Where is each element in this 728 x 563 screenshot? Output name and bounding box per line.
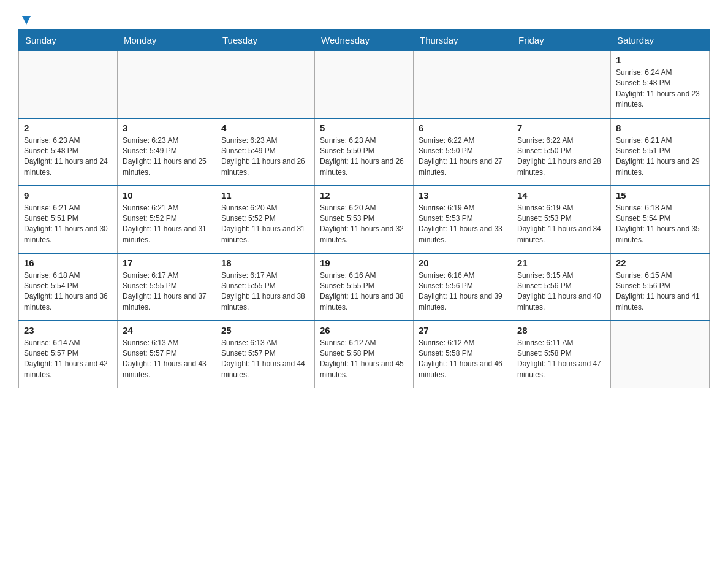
day-info: Sunrise: 6:23 AM Sunset: 5:49 PM Dayligh… — [123, 136, 211, 178]
page-header — [18, 12, 710, 23]
day-number: 14 — [517, 190, 605, 201]
day-number: 9 — [24, 190, 112, 201]
day-info: Sunrise: 6:20 AM Sunset: 5:53 PM Dayligh… — [320, 203, 408, 246]
day-number: 8 — [616, 123, 704, 133]
logo-triangle-icon — [20, 13, 33, 27]
calendar-week-row: 23Sunrise: 6:14 AM Sunset: 5:57 PM Dayli… — [19, 321, 710, 388]
day-info: Sunrise: 6:13 AM Sunset: 5:57 PM Dayligh… — [123, 338, 211, 381]
calendar-cell: 23Sunrise: 6:14 AM Sunset: 5:57 PM Dayli… — [19, 321, 118, 388]
calendar-cell: 9Sunrise: 6:21 AM Sunset: 5:51 PM Daylig… — [19, 186, 118, 253]
calendar-cell: 7Sunrise: 6:22 AM Sunset: 5:50 PM Daylig… — [512, 118, 611, 186]
calendar-cell: 26Sunrise: 6:12 AM Sunset: 5:58 PM Dayli… — [315, 321, 414, 388]
day-info: Sunrise: 6:17 AM Sunset: 5:55 PM Dayligh… — [221, 270, 309, 313]
day-info: Sunrise: 6:22 AM Sunset: 5:50 PM Dayligh… — [517, 136, 605, 178]
day-info: Sunrise: 6:11 AM Sunset: 5:58 PM Dayligh… — [517, 338, 605, 381]
day-info: Sunrise: 6:21 AM Sunset: 5:52 PM Dayligh… — [123, 203, 211, 246]
weekday-header-tuesday: Tuesday — [216, 30, 315, 51]
day-info: Sunrise: 6:15 AM Sunset: 5:56 PM Dayligh… — [517, 270, 605, 313]
day-number: 10 — [123, 190, 211, 201]
day-info: Sunrise: 6:16 AM Sunset: 5:56 PM Dayligh… — [419, 270, 507, 313]
day-info: Sunrise: 6:16 AM Sunset: 5:55 PM Dayligh… — [320, 270, 408, 313]
day-info: Sunrise: 6:18 AM Sunset: 5:54 PM Dayligh… — [24, 270, 112, 313]
calendar-cell: 19Sunrise: 6:16 AM Sunset: 5:55 PM Dayli… — [315, 253, 414, 321]
day-number: 6 — [419, 123, 507, 133]
day-number: 5 — [320, 123, 408, 133]
calendar-cell — [216, 51, 315, 118]
calendar-cell: 25Sunrise: 6:13 AM Sunset: 5:57 PM Dayli… — [216, 321, 315, 388]
day-info: Sunrise: 6:22 AM Sunset: 5:50 PM Dayligh… — [419, 136, 507, 178]
calendar-cell — [118, 51, 216, 118]
calendar-header-row: SundayMondayTuesdayWednesdayThursdayFrid… — [19, 30, 710, 51]
day-number: 16 — [24, 258, 112, 268]
calendar-cell: 20Sunrise: 6:16 AM Sunset: 5:56 PM Dayli… — [414, 253, 512, 321]
day-number: 4 — [221, 123, 309, 133]
calendar-cell: 2Sunrise: 6:23 AM Sunset: 5:48 PM Daylig… — [19, 118, 118, 186]
calendar-cell — [611, 321, 710, 388]
calendar-week-row: 9Sunrise: 6:21 AM Sunset: 5:51 PM Daylig… — [19, 186, 710, 253]
calendar-cell: 3Sunrise: 6:23 AM Sunset: 5:49 PM Daylig… — [118, 118, 216, 186]
logo — [18, 12, 33, 23]
calendar-cell — [512, 51, 611, 118]
day-info: Sunrise: 6:23 AM Sunset: 5:50 PM Dayligh… — [320, 136, 408, 178]
weekday-header-thursday: Thursday — [414, 30, 512, 51]
calendar-cell: 28Sunrise: 6:11 AM Sunset: 5:58 PM Dayli… — [512, 321, 611, 388]
day-number: 2 — [24, 123, 112, 133]
day-number: 25 — [221, 325, 309, 335]
day-info: Sunrise: 6:21 AM Sunset: 5:51 PM Dayligh… — [24, 203, 112, 246]
day-number: 7 — [517, 123, 605, 133]
calendar-cell: 21Sunrise: 6:15 AM Sunset: 5:56 PM Dayli… — [512, 253, 611, 321]
calendar-week-row: 16Sunrise: 6:18 AM Sunset: 5:54 PM Dayli… — [19, 253, 710, 321]
day-number: 17 — [123, 258, 211, 268]
day-info: Sunrise: 6:17 AM Sunset: 5:55 PM Dayligh… — [123, 270, 211, 313]
day-info: Sunrise: 6:12 AM Sunset: 5:58 PM Dayligh… — [320, 338, 408, 381]
calendar-cell: 8Sunrise: 6:21 AM Sunset: 5:51 PM Daylig… — [611, 118, 710, 186]
calendar-week-row: 1Sunrise: 6:24 AM Sunset: 5:48 PM Daylig… — [19, 51, 710, 118]
calendar-cell: 14Sunrise: 6:19 AM Sunset: 5:53 PM Dayli… — [512, 186, 611, 253]
weekday-header-wednesday: Wednesday — [315, 30, 414, 51]
day-info: Sunrise: 6:24 AM Sunset: 5:48 PM Dayligh… — [616, 67, 704, 110]
calendar-table: SundayMondayTuesdayWednesdayThursdayFrid… — [18, 29, 710, 388]
day-info: Sunrise: 6:12 AM Sunset: 5:58 PM Dayligh… — [419, 338, 507, 381]
day-number: 12 — [320, 190, 408, 201]
calendar-cell: 16Sunrise: 6:18 AM Sunset: 5:54 PM Dayli… — [19, 253, 118, 321]
day-number: 24 — [123, 325, 211, 335]
day-info: Sunrise: 6:20 AM Sunset: 5:52 PM Dayligh… — [221, 203, 309, 246]
calendar-cell: 4Sunrise: 6:23 AM Sunset: 5:49 PM Daylig… — [216, 118, 315, 186]
weekday-header-saturday: Saturday — [611, 30, 710, 51]
calendar-cell — [414, 51, 512, 118]
calendar-cell — [19, 51, 118, 118]
calendar-cell: 18Sunrise: 6:17 AM Sunset: 5:55 PM Dayli… — [216, 253, 315, 321]
day-number: 13 — [419, 190, 507, 201]
calendar-cell: 11Sunrise: 6:20 AM Sunset: 5:52 PM Dayli… — [216, 186, 315, 253]
day-info: Sunrise: 6:18 AM Sunset: 5:54 PM Dayligh… — [616, 203, 704, 246]
weekday-header-sunday: Sunday — [19, 30, 118, 51]
day-number: 21 — [517, 258, 605, 268]
calendar-cell: 24Sunrise: 6:13 AM Sunset: 5:57 PM Dayli… — [118, 321, 216, 388]
calendar-cell: 12Sunrise: 6:20 AM Sunset: 5:53 PM Dayli… — [315, 186, 414, 253]
day-info: Sunrise: 6:23 AM Sunset: 5:48 PM Dayligh… — [24, 136, 112, 178]
calendar-cell: 5Sunrise: 6:23 AM Sunset: 5:50 PM Daylig… — [315, 118, 414, 186]
day-number: 3 — [123, 123, 211, 133]
calendar-cell: 1Sunrise: 6:24 AM Sunset: 5:48 PM Daylig… — [611, 51, 710, 118]
calendar-cell: 22Sunrise: 6:15 AM Sunset: 5:56 PM Dayli… — [611, 253, 710, 321]
day-info: Sunrise: 6:23 AM Sunset: 5:49 PM Dayligh… — [221, 136, 309, 178]
weekday-header-monday: Monday — [118, 30, 216, 51]
calendar-cell: 27Sunrise: 6:12 AM Sunset: 5:58 PM Dayli… — [414, 321, 512, 388]
day-number: 26 — [320, 325, 408, 335]
day-number: 1 — [616, 55, 704, 65]
svg-marker-0 — [22, 16, 31, 25]
weekday-header-friday: Friday — [512, 30, 611, 51]
calendar-cell: 17Sunrise: 6:17 AM Sunset: 5:55 PM Dayli… — [118, 253, 216, 321]
day-number: 28 — [517, 325, 605, 335]
calendar-cell: 13Sunrise: 6:19 AM Sunset: 5:53 PM Dayli… — [414, 186, 512, 253]
day-number: 23 — [24, 325, 112, 335]
calendar-cell: 6Sunrise: 6:22 AM Sunset: 5:50 PM Daylig… — [414, 118, 512, 186]
day-info: Sunrise: 6:19 AM Sunset: 5:53 PM Dayligh… — [419, 203, 507, 246]
day-number: 15 — [616, 190, 704, 201]
day-info: Sunrise: 6:14 AM Sunset: 5:57 PM Dayligh… — [24, 338, 112, 381]
calendar-week-row: 2Sunrise: 6:23 AM Sunset: 5:48 PM Daylig… — [19, 118, 710, 186]
calendar-cell — [315, 51, 414, 118]
day-number: 22 — [616, 258, 704, 268]
day-number: 20 — [419, 258, 507, 268]
calendar-cell: 15Sunrise: 6:18 AM Sunset: 5:54 PM Dayli… — [611, 186, 710, 253]
